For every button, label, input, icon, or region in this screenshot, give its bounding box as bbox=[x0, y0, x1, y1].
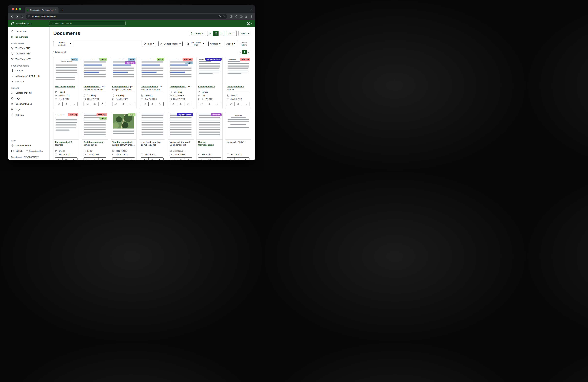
document-correspondent-link[interactable]: Correspondent 2 bbox=[198, 85, 215, 88]
download-document-button[interactable] bbox=[185, 157, 192, 160]
document-correspondent-link[interactable]: Correspondent 2 bbox=[84, 85, 100, 88]
download-document-button[interactable] bbox=[185, 102, 192, 106]
document-type-filter-button[interactable]: Document type bbox=[185, 41, 206, 46]
document-correspondent-link[interactable]: Correspondent 2 bbox=[55, 141, 72, 143]
sidebar-item-dashboard[interactable]: Dashboard bbox=[8, 29, 49, 34]
sidebar-item-test-view-not[interactable]: Test View NOT bbox=[8, 57, 49, 62]
document-correspondent-link[interactable]: Test Correspondent bbox=[55, 85, 75, 88]
edit-document-button[interactable] bbox=[141, 102, 148, 106]
document-thumbnail[interactable]: Test TagTag 3 bbox=[82, 112, 107, 140]
sort-button[interactable]: Sort bbox=[226, 31, 237, 36]
suggest-idea-link[interactable]: Suggest an idea bbox=[26, 150, 43, 152]
tag-badge[interactable]: Tag 2 bbox=[185, 61, 193, 64]
tag-badge[interactable]: Tag 3 bbox=[99, 58, 107, 61]
sidebar-item-documents[interactable]: Documents bbox=[8, 34, 49, 40]
tag-badge[interactable]: TagWithPartial bbox=[177, 113, 193, 116]
document-thumbnail[interactable]: Lorem IpsumTag 2 bbox=[53, 57, 79, 84]
edit-document-button[interactable] bbox=[227, 157, 234, 160]
tab-search-chevron-icon[interactable] bbox=[251, 8, 252, 11]
document-thumbnail[interactable]: Adobe Acrobat PDF FilesTag 3 bbox=[139, 57, 165, 84]
download-document-button[interactable] bbox=[242, 157, 250, 160]
tag-badge[interactable]: Tag 3 bbox=[157, 58, 164, 61]
search-input[interactable] bbox=[54, 22, 124, 25]
tag-badge[interactable]: Test Tag bbox=[97, 113, 107, 116]
document-correspondent-link[interactable]: Correspondent 2 bbox=[141, 85, 158, 88]
created-filter-button[interactable]: Created bbox=[209, 41, 222, 46]
bookmark-star-icon[interactable] bbox=[223, 15, 225, 18]
select-button[interactable]: Select bbox=[189, 31, 206, 36]
sidebar-item-documentation[interactable]: Documentation bbox=[8, 143, 49, 148]
view-document-button[interactable] bbox=[234, 157, 242, 160]
edit-document-button[interactable] bbox=[55, 157, 63, 160]
sidebar-item-test-view-any[interactable]: Test View ANY bbox=[8, 51, 49, 57]
document-title-link[interactable]: Correspondent 2: pdf-sample 10.24.48 PM bbox=[141, 85, 163, 91]
document-thumbnail[interactable]: NewOne bbox=[197, 112, 222, 140]
document-title-link[interactable]: Correspondent 2: pdf-sample 10.24.48 PM bbox=[112, 85, 135, 91]
tag-badge[interactable]: NewOne bbox=[211, 113, 222, 116]
edit-document-button[interactable] bbox=[198, 157, 206, 160]
document-thumbnail[interactable]: A Simple PDF FileTagWithPartial bbox=[197, 57, 222, 84]
view-document-button[interactable] bbox=[206, 102, 213, 106]
document-thumbnail[interactable]: TagWithPartial bbox=[168, 112, 194, 140]
document-title-link[interactable]: Test Correspondent: sample-pdf-file bbox=[84, 141, 106, 147]
minimize-window-button[interactable] bbox=[16, 8, 18, 10]
added-filter-button[interactable]: Added bbox=[225, 41, 237, 46]
document-thumbnail[interactable]: Adobe Acrobat PDF FilesTag 2NewOne bbox=[111, 57, 136, 84]
edit-document-button[interactable] bbox=[170, 102, 177, 106]
edit-document-button[interactable] bbox=[198, 102, 206, 106]
sidebar-item-document-types[interactable]: Document types bbox=[8, 101, 49, 107]
view-document-button[interactable] bbox=[177, 157, 185, 160]
sidebar-item-sample[interactable]: sample bbox=[8, 68, 49, 73]
edit-document-button[interactable] bbox=[55, 102, 63, 106]
correspondent-filter-button[interactable]: Correspondent bbox=[158, 41, 183, 46]
extension-pin-icon[interactable] bbox=[229, 14, 234, 19]
document-title-link[interactable]: Test Correspondent: sample-pdf-with-imag… bbox=[112, 141, 135, 147]
download-document-button[interactable] bbox=[70, 157, 78, 160]
document-title-link[interactable]: Test Correspondent: A Sample PDF 2 bbox=[55, 85, 78, 89]
document-title-link[interactable]: Correspondent 2: asample bbox=[55, 141, 78, 147]
download-document-button[interactable] bbox=[242, 102, 250, 106]
detail-view-button[interactable] bbox=[218, 31, 224, 36]
download-document-button[interactable] bbox=[213, 102, 221, 106]
download-document-button[interactable] bbox=[127, 102, 135, 106]
document-correspondent-link[interactable]: Test Correspondent bbox=[112, 141, 132, 143]
download-document-button[interactable] bbox=[127, 157, 135, 160]
document-title-link[interactable]: Correspondent 2: sample bbox=[198, 85, 221, 89]
document-title-link[interactable]: Correspondent 2: pdf-sample 10.24.48 PM bbox=[84, 85, 106, 91]
document-thumbnail[interactable]: Adobe Acrobat PDF FilesTag 3 bbox=[82, 57, 107, 84]
document-correspondent-link[interactable]: Newest Correspondent bbox=[198, 141, 213, 146]
document-title-link[interactable]: Correspondent 2: sample bbox=[227, 85, 250, 91]
back-icon[interactable] bbox=[9, 14, 15, 19]
download-document-button[interactable] bbox=[99, 102, 106, 106]
document-title-link[interactable]: file-sample_150kBs bbox=[227, 141, 250, 147]
tag-badge[interactable]: Tag 2 bbox=[128, 58, 135, 61]
edit-document-button[interactable] bbox=[141, 157, 148, 160]
reset-filters-button[interactable]: × Reset filters bbox=[239, 41, 251, 46]
document-thumbnail[interactable]: A Simple PDF FileTest Tag bbox=[225, 57, 251, 84]
sidebar-item-correspondents[interactable]: Correspondents bbox=[8, 90, 49, 96]
document-title-link[interactable]: sample-pdf-download-10-mb-longer-title bbox=[170, 141, 192, 147]
download-document-button[interactable] bbox=[156, 102, 163, 106]
pagination-next-button[interactable]: » bbox=[247, 50, 251, 54]
document-correspondent-link[interactable]: Test Correspondent bbox=[84, 141, 103, 143]
view-document-button[interactable] bbox=[62, 157, 70, 160]
document-correspondent-link[interactable]: Correspondent 2 bbox=[170, 85, 187, 88]
list-view-button[interactable] bbox=[207, 31, 213, 36]
zoom-window-button[interactable] bbox=[19, 8, 21, 10]
view-document-button[interactable] bbox=[120, 157, 127, 160]
document-title-link[interactable]: Correspondent 2: pdf-sample 10.24.48 PM bbox=[170, 85, 192, 89]
tag-badge[interactable]: Tag 3 bbox=[128, 113, 135, 116]
document-thumbnail[interactable]: Lorem ipsum bbox=[225, 112, 251, 140]
tag-badge[interactable]: Test Tag bbox=[68, 113, 78, 116]
share-icon[interactable] bbox=[218, 15, 221, 18]
view-document-button[interactable] bbox=[177, 102, 185, 106]
close-window-button[interactable] bbox=[12, 8, 14, 10]
profile-avatar-icon[interactable] bbox=[244, 14, 249, 19]
forward-icon[interactable] bbox=[15, 14, 20, 19]
tag-badge[interactable]: TagWithPartial bbox=[205, 58, 222, 61]
document-correspondent-link[interactable]: Correspondent 2 bbox=[227, 85, 244, 88]
filter-field-dropdown[interactable]: Title & content bbox=[53, 41, 73, 46]
view-document-button[interactable] bbox=[234, 102, 242, 106]
pagination-prev-button[interactable]: « bbox=[238, 50, 242, 54]
document-title-link[interactable]: Newest Correspondent: f_combineds bbox=[198, 141, 221, 147]
